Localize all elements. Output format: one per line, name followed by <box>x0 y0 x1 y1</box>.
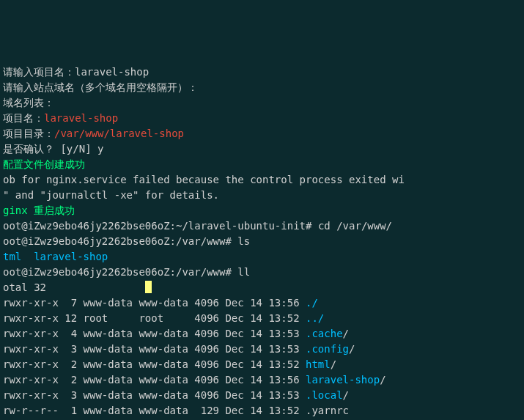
line-ls-output: tml laravel-shop <box>3 249 521 265</box>
line-project-name: 请输入项目名：laravel-shop <box>3 65 521 80</box>
label-project: 项目名： <box>3 112 44 124</box>
terminal-output[interactable]: 请输入项目名：laravel-shop请输入站点域名（多个域名用空格隔开）：域名… <box>3 65 521 420</box>
ll-suffix: / <box>380 374 385 386</box>
value-dir: /var/www/laravel-shop <box>54 128 184 139</box>
ll-name: .yarnrc <box>306 405 349 416</box>
shell-prompt: oot@iZwz9ebo46jy2262bse06oZ:/var/www# <box>3 235 237 247</box>
msg-config-ok: 配置文件创建成功 <box>3 158 85 170</box>
ll-name: .cache <box>306 328 343 339</box>
shell-command: ls <box>237 235 250 247</box>
line-project: 项目名：laravel-shop <box>3 111 521 126</box>
ll-row-0: rwxr-xr-x 7 www-data www-data 4096 Dec 1… <box>3 295 521 311</box>
ll-meta: rwxr-xr-x 2 www-data www-data 4096 Dec 1… <box>3 358 306 370</box>
ll-row-5: rwxr-xr-x 2 www-data www-data 4096 Dec 1… <box>3 372 521 388</box>
ll-suffix: / <box>349 343 355 355</box>
label-domain-list: 域名列表： <box>3 97 54 108</box>
ll-meta: rwxr-xr-x 7 www-data www-data 4096 Dec 1… <box>3 297 306 309</box>
line-cmd-ll: oot@iZwz9ebo46jy2262bse06oZ:/var/www# ll <box>3 265 521 280</box>
line-dir: 项目目录：/var/www/laravel-shop <box>3 126 521 141</box>
ll-name: ./ <box>306 297 318 309</box>
shell-command: cd /var/www/ <box>318 220 392 232</box>
shell-prompt: oot@iZwz9ebo46jy2262bse06oZ:/var/www# <box>3 266 237 278</box>
line-error-2: " and "journalctl -xe" for details. <box>3 188 521 203</box>
ll-name: html <box>306 358 331 370</box>
line-domain-prompt: 请输入站点域名（多个域名用空格隔开）： <box>3 80 521 95</box>
ll-meta: rw-r--r-- 1 www-data www-data 129 Dec 14… <box>3 405 306 416</box>
ll-row-7: rw-r--r-- 1 www-data www-data 129 Dec 14… <box>3 403 521 419</box>
ll-row-3: rwxr-xr-x 3 www-data www-data 4096 Dec 1… <box>3 342 521 357</box>
ll-meta: rwxr-xr-x 3 www-data www-data 4096 Dec 1… <box>3 389 306 401</box>
ll-name: ../ <box>306 312 324 324</box>
ll-meta: rwxr-xr-x 4 www-data www-data 4096 Dec 1… <box>3 328 306 339</box>
input-project-name: laravel-shop <box>75 66 149 78</box>
ll-meta: rwxr-xr-x 2 www-data www-data 4096 Dec 1… <box>3 374 306 386</box>
ll-row-2: rwxr-xr-x 4 www-data www-data 4096 Dec 1… <box>3 326 521 342</box>
ll-row-4: rwxr-xr-x 2 www-data www-data 4096 Dec 1… <box>3 357 521 372</box>
shell-prompt: oot@iZwz9ebo46jy2262bse06oZ:~/laravel-ub… <box>3 220 318 232</box>
confirm-answer: y <box>97 143 103 155</box>
shell-command: ll <box>237 266 250 278</box>
line-config-ok: 配置文件创建成功 <box>3 157 521 172</box>
ll-meta: rwxr-xr-x 12 root root 4096 Dec 14 13:52 <box>3 312 306 324</box>
ll-name: .local <box>306 389 343 401</box>
ll-name: laravel-shop <box>306 374 380 386</box>
confirm-prompt: 是否确认？ [y/N] <box>3 143 97 155</box>
prompt-project-name: 请输入项目名： <box>3 66 75 78</box>
value-project: laravel-shop <box>44 112 118 124</box>
line-nginx-ok: ginx 重启成功 <box>3 203 521 218</box>
line-confirm: 是否确认？ [y/N] y <box>3 141 521 157</box>
ll-total: otal 32 <box>3 281 46 293</box>
prompt-domain: 请输入站点域名（多个域名用空格隔开）： <box>3 81 198 93</box>
ll-meta: rwxr-xr-x 3 www-data www-data 4096 Dec 1… <box>3 343 306 355</box>
ls-entry-html: tml <box>3 251 21 262</box>
line-cmd-ls: oot@iZwz9ebo46jy2262bse06oZ:/var/www# ls <box>3 234 521 249</box>
ll-name: .config <box>306 343 349 355</box>
line-cmd-cd: oot@iZwz9ebo46jy2262bse06oZ:~/laravel-ub… <box>3 218 521 234</box>
line-domain-list: 域名列表： <box>3 95 521 111</box>
msg-error-2: " and "journalctl -xe" for details. <box>3 189 219 201</box>
ll-suffix: / <box>331 358 336 370</box>
ll-suffix: / <box>343 328 349 339</box>
ll-row-1: rwxr-xr-x 12 root root 4096 Dec 14 13:52… <box>3 311 521 326</box>
msg-nginx-ok: ginx 重启成功 <box>3 205 75 216</box>
ll-row-6: rwxr-xr-x 3 www-data www-data 4096 Dec 1… <box>3 388 521 403</box>
ll-suffix: / <box>343 389 349 401</box>
cursor <box>145 281 152 293</box>
line-error-1: ob for nginx.service failed because the … <box>3 172 521 188</box>
line-total: otal 32 <box>3 280 521 295</box>
msg-error-1: ob for nginx.service failed because the … <box>3 174 405 185</box>
ls-entry-laravel: laravel-shop <box>34 251 108 262</box>
label-dir: 项目目录： <box>3 128 54 139</box>
